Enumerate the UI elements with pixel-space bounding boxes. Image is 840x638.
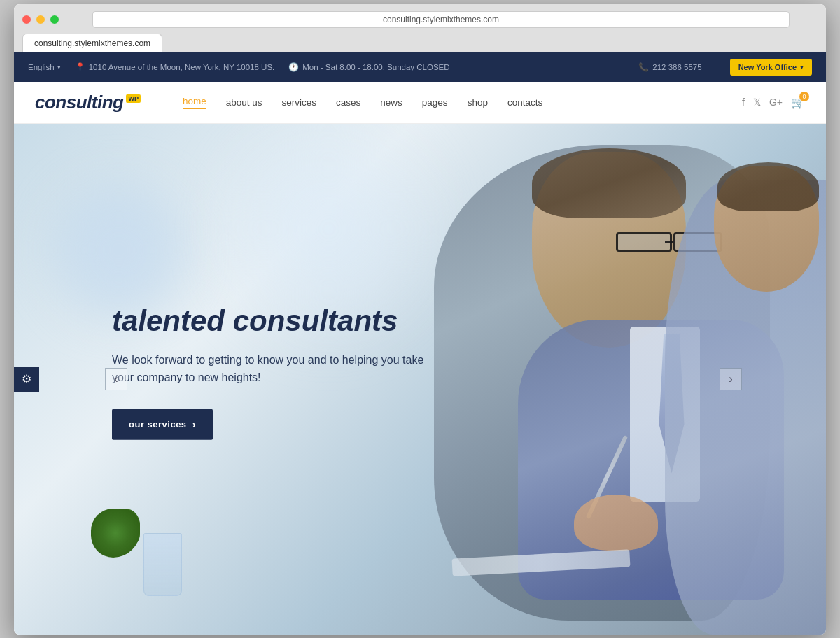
btn-arrow: ›: [192, 418, 197, 431]
phone-icon: 📞: [638, 62, 649, 72]
twitter-icon[interactable]: 𝕏: [753, 97, 761, 108]
header-right: f 𝕏 G+ 🛒 0: [742, 96, 805, 109]
hero-content: talented consultants We look forward to …: [112, 304, 448, 439]
phone-text: 212 386 5575: [652, 63, 701, 71]
figure2-hair: [718, 162, 819, 211]
settings-tab[interactable]: ⚙: [14, 367, 39, 392]
btn-label: our services: [129, 419, 187, 430]
cart-icon[interactable]: 🛒 0: [791, 96, 805, 109]
settings-icon: ⚙: [22, 372, 31, 385]
clock-icon: 🕐: [288, 62, 299, 72]
close-dot[interactable]: [22, 15, 31, 24]
hero-title: talented consultants: [112, 304, 448, 336]
top-bar-left: English ▾ 📍 1010 Avenue of the Moon, New…: [28, 62, 702, 72]
address-text: 1010 Avenue of the Moon, New York, NY 10…: [89, 63, 275, 71]
location-icon: 📍: [75, 62, 85, 72]
browser-window: consulting.stylemixthemes.com consulting…: [14, 4, 826, 635]
prev-arrow-icon: ‹: [114, 373, 118, 385]
maximize-dot[interactable]: [50, 15, 59, 24]
glass: [144, 533, 182, 596]
lang-dropdown-arrow: ▾: [57, 64, 61, 71]
glasses-bridge: [665, 241, 673, 243]
browser-chrome: consulting.stylemixthemes.com consulting…: [14, 4, 826, 52]
logo-wp-badge: WP: [126, 94, 141, 103]
nav-services[interactable]: services: [282, 97, 317, 108]
phone-item: 📞 212 386 5575: [638, 62, 701, 72]
next-arrow-icon: ›: [729, 373, 732, 385]
nav-pages[interactable]: pages: [422, 97, 448, 108]
nav-about[interactable]: about us: [226, 97, 262, 108]
top-bar: English ▾ 📍 1010 Avenue of the Moon, New…: [14, 52, 826, 82]
plant-blob1: [91, 509, 140, 558]
ny-office-label: New York Office: [738, 63, 797, 71]
hours-item: 🕐 Mon - Sat 8.00 - 18.00, Sunday CLOSED: [288, 62, 449, 72]
language-label: English: [28, 63, 55, 71]
hands: [574, 495, 658, 551]
nav-home[interactable]: home: [183, 96, 206, 109]
office-dropdown-arrow: ▾: [800, 64, 804, 71]
browser-tab[interactable]: consulting.stylemixthemes.com: [22, 34, 162, 52]
glasses-left: [616, 232, 672, 252]
nav-cases[interactable]: cases: [336, 97, 360, 108]
slider-next-button[interactable]: ›: [720, 368, 742, 390]
bg-blur-1: [49, 180, 189, 320]
hero-section: ⚙ talented consultants We look forward t…: [14, 124, 826, 635]
plant: [91, 495, 147, 565]
nav-news[interactable]: news: [380, 97, 402, 108]
nav-contacts[interactable]: contacts: [507, 97, 542, 108]
language-selector[interactable]: English ▾: [28, 63, 61, 71]
facebook-icon[interactable]: f: [742, 97, 745, 108]
site-header: consulting WP home about us services cas…: [14, 82, 826, 124]
browser-tabs: consulting.stylemixthemes.com: [22, 34, 818, 52]
browser-controls: consulting.stylemixthemes.com: [22, 11, 818, 28]
our-services-button[interactable]: our services ›: [112, 409, 213, 440]
hero-subtitle: We look forward to getting to know you a…: [112, 350, 448, 386]
nav-shop[interactable]: shop: [468, 97, 488, 108]
slider-prev-button[interactable]: ‹: [105, 368, 127, 390]
figure-hair: [532, 148, 686, 218]
website-content: English ▾ 📍 1010 Avenue of the Moon, New…: [14, 52, 826, 635]
cart-badge: 0: [799, 92, 809, 101]
address-item: 📍 1010 Avenue of the Moon, New York, NY …: [75, 62, 275, 72]
logo[interactable]: consulting WP: [35, 92, 141, 113]
main-nav: home about us services cases news pages …: [183, 96, 742, 109]
minimize-dot[interactable]: [36, 15, 45, 24]
ny-office-button[interactable]: New York Office ▾: [730, 59, 812, 76]
logo-text: consulting: [35, 92, 123, 113]
address-bar[interactable]: consulting.stylemixthemes.com: [92, 11, 790, 28]
googleplus-icon[interactable]: G+: [769, 97, 783, 108]
hours-text: Mon - Sat 8.00 - 18.00, Sunday CLOSED: [302, 63, 449, 71]
